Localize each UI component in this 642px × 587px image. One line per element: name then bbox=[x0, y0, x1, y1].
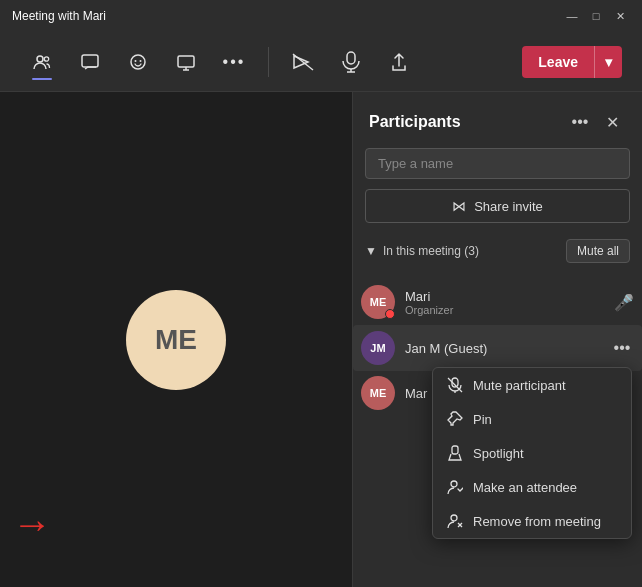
screen-share-button[interactable] bbox=[164, 40, 208, 84]
participant-actions: ••• bbox=[610, 336, 634, 360]
title-bar: Meeting with Mari — □ ✕ bbox=[0, 0, 642, 32]
svg-point-15 bbox=[451, 481, 457, 487]
avatar: ME bbox=[361, 376, 395, 410]
toolbar-divider bbox=[268, 47, 269, 77]
svg-rect-2 bbox=[82, 55, 98, 67]
make-attendee-label: Make an attendee bbox=[473, 480, 577, 495]
spotlight-menu-item[interactable]: Spotlight bbox=[433, 436, 631, 470]
participant-info: Mari Organizer bbox=[405, 289, 604, 316]
minimize-button[interactable]: — bbox=[562, 6, 582, 26]
participant-row: JM Jan M (Guest) ••• bbox=[353, 325, 642, 371]
arrow-indicator: → bbox=[12, 502, 52, 547]
panel-title: Participants bbox=[369, 113, 461, 131]
toolbar-left: ••• bbox=[20, 40, 518, 84]
share-button[interactable] bbox=[377, 40, 421, 84]
meeting-expand-button[interactable]: ▼ In this meeting (3) bbox=[365, 244, 479, 258]
pin-menu-item[interactable]: Pin bbox=[433, 402, 631, 436]
video-toggle-button[interactable] bbox=[281, 40, 325, 84]
meeting-section: ▼ In this meeting (3) Mute all bbox=[353, 235, 642, 279]
participant-info: Jan M (Guest) bbox=[405, 341, 600, 356]
participant-role: Organizer bbox=[405, 304, 604, 316]
mute-icon bbox=[447, 377, 463, 393]
panel-header-actions: ••• ✕ bbox=[566, 108, 626, 136]
participant-name: Mari bbox=[405, 289, 604, 304]
maximize-button[interactable]: □ bbox=[586, 6, 606, 26]
remove-from-meeting-menu-item[interactable]: Remove from meeting bbox=[433, 504, 631, 538]
pin-icon bbox=[447, 411, 463, 427]
svg-rect-6 bbox=[178, 56, 194, 67]
svg-point-4 bbox=[135, 60, 137, 62]
participant-more-button[interactable]: ••• bbox=[610, 336, 634, 360]
spotlight-icon bbox=[447, 445, 463, 461]
panel-close-button[interactable]: ✕ bbox=[598, 108, 626, 136]
svg-point-5 bbox=[140, 60, 142, 62]
participant-name: Jan M (Guest) bbox=[405, 341, 600, 356]
remove-from-meeting-label: Remove from meeting bbox=[473, 514, 601, 529]
mute-participant-label: Mute participant bbox=[473, 378, 566, 393]
mute-all-button[interactable]: Mute all bbox=[566, 239, 630, 263]
meeting-section-label: In this meeting (3) bbox=[383, 244, 479, 258]
share-invite-label: Share invite bbox=[474, 199, 543, 214]
participant-actions: 🎤 bbox=[614, 293, 634, 312]
participants-list: ME Mari Organizer 🎤 JM Jan M (Guest) bbox=[353, 279, 642, 587]
panel-more-button[interactable]: ••• bbox=[566, 108, 594, 136]
share-invite-button[interactable]: ⋈ Share invite bbox=[365, 189, 630, 223]
window-controls: — □ ✕ bbox=[562, 6, 630, 26]
close-button[interactable]: ✕ bbox=[610, 6, 630, 26]
remove-icon bbox=[447, 513, 463, 529]
participant-row: ME Mari Organizer 🎤 bbox=[353, 279, 642, 325]
svg-point-3 bbox=[131, 55, 145, 69]
participants-panel: Participants ••• ✕ ⋈ Share invite ▼ In t… bbox=[352, 92, 642, 587]
video-area: ME → bbox=[0, 92, 352, 587]
search-input[interactable] bbox=[365, 148, 630, 179]
mute-participant-menu-item[interactable]: Mute participant bbox=[433, 368, 631, 402]
make-attendee-menu-item[interactable]: Make an attendee bbox=[433, 470, 631, 504]
chevron-down-icon: ▼ bbox=[365, 244, 377, 258]
avatar: JM bbox=[361, 331, 395, 365]
main-area: ME → Participants ••• ✕ ⋈ Share invite ▼ bbox=[0, 92, 642, 587]
svg-rect-14 bbox=[452, 446, 458, 454]
organizer-dot bbox=[385, 309, 395, 319]
leave-dropdown-icon[interactable]: ▾ bbox=[595, 46, 622, 78]
spotlight-label: Spotlight bbox=[473, 446, 524, 461]
react-button[interactable] bbox=[116, 40, 160, 84]
chat-button[interactable] bbox=[68, 40, 112, 84]
avatar: ME bbox=[361, 285, 395, 319]
meeting-header: ▼ In this meeting (3) Mute all bbox=[365, 239, 630, 263]
avatar: ME bbox=[126, 290, 226, 390]
toolbar: ••• Leave ▾ bbox=[0, 32, 642, 92]
leave-button[interactable]: Leave ▾ bbox=[522, 46, 622, 78]
svg-point-0 bbox=[37, 56, 43, 62]
svg-point-16 bbox=[451, 515, 457, 521]
panel-header: Participants ••• ✕ bbox=[353, 92, 642, 148]
svg-rect-8 bbox=[347, 52, 355, 64]
pin-label: Pin bbox=[473, 412, 492, 427]
share-invite-icon: ⋈ bbox=[452, 198, 466, 214]
svg-line-13 bbox=[448, 378, 462, 392]
toolbar-right: Leave ▾ bbox=[522, 46, 622, 78]
search-container bbox=[353, 148, 642, 189]
mic-button[interactable] bbox=[329, 40, 373, 84]
share-invite-container: ⋈ Share invite bbox=[353, 189, 642, 235]
context-menu: Mute participant Pin bbox=[432, 367, 632, 539]
mic-icon: 🎤 bbox=[614, 293, 634, 312]
more-options-button[interactable]: ••• bbox=[212, 40, 256, 84]
attendee-icon bbox=[447, 479, 463, 495]
window-title: Meeting with Mari bbox=[12, 9, 106, 23]
svg-point-1 bbox=[44, 56, 48, 60]
people-button[interactable] bbox=[20, 40, 64, 84]
leave-label[interactable]: Leave bbox=[522, 46, 595, 78]
